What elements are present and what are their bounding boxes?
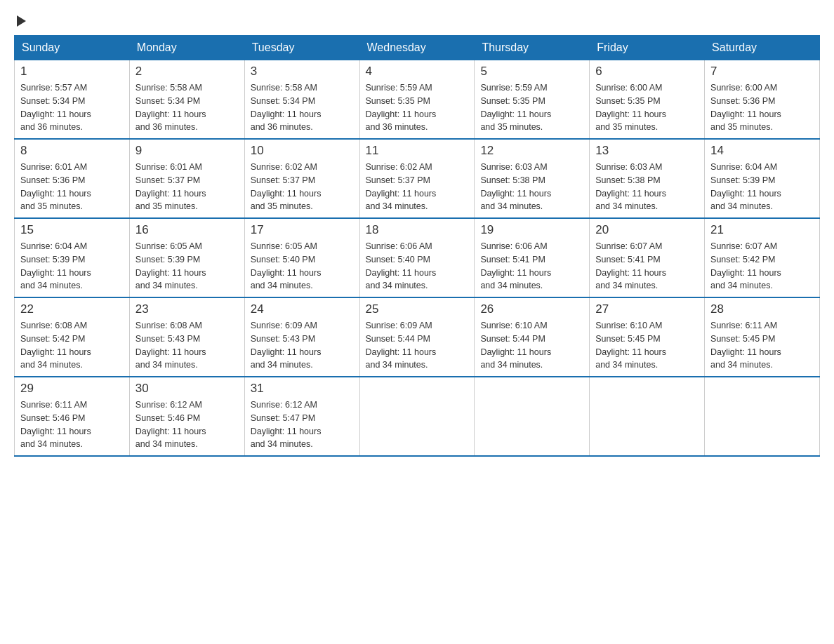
day-number: 12	[480, 144, 583, 158]
calendar-cell: 13Sunrise: 6:03 AMSunset: 5:38 PMDayligh…	[590, 139, 705, 218]
day-info: Sunrise: 6:07 AMSunset: 5:42 PMDaylight:…	[710, 240, 814, 293]
calendar-cell: 30Sunrise: 6:12 AMSunset: 5:46 PMDayligh…	[129, 377, 244, 456]
day-number: 5	[480, 65, 583, 79]
day-info: Sunrise: 6:02 AMSunset: 5:37 PMDaylight:…	[251, 161, 354, 213]
day-number: 13	[595, 144, 699, 158]
day-number: 28	[710, 302, 814, 316]
weekday-header-wednesday: Wednesday	[359, 36, 475, 60]
day-info: Sunrise: 6:08 AMSunset: 5:43 PMDaylight:…	[135, 319, 239, 372]
calendar-table: SundayMondayTuesdayWednesdayThursdayFrid…	[14, 35, 820, 457]
calendar-week-4: 22Sunrise: 6:08 AMSunset: 5:42 PMDayligh…	[15, 297, 820, 377]
day-number: 23	[135, 302, 239, 316]
calendar-cell: 17Sunrise: 6:05 AMSunset: 5:40 PMDayligh…	[244, 218, 359, 297]
day-info: Sunrise: 6:10 AMSunset: 5:44 PMDaylight:…	[480, 319, 583, 372]
day-number: 3	[251, 65, 354, 79]
weekday-header-sunday: Sunday	[15, 36, 130, 60]
calendar-week-1: 1Sunrise: 5:57 AMSunset: 5:34 PMDaylight…	[15, 60, 820, 140]
day-info: Sunrise: 5:59 AMSunset: 5:35 PMDaylight:…	[480, 81, 583, 134]
day-number: 16	[135, 223, 239, 237]
weekday-header-row: SundayMondayTuesdayWednesdayThursdayFrid…	[15, 36, 820, 60]
calendar-cell: 29Sunrise: 6:11 AMSunset: 5:46 PMDayligh…	[15, 377, 130, 456]
day-info: Sunrise: 6:11 AMSunset: 5:46 PMDaylight:…	[20, 398, 124, 451]
calendar-cell: 6Sunrise: 6:00 AMSunset: 5:35 PMDaylight…	[590, 60, 705, 140]
day-number: 22	[20, 302, 124, 316]
day-number: 25	[366, 302, 469, 316]
calendar-cell: 11Sunrise: 6:02 AMSunset: 5:37 PMDayligh…	[359, 139, 475, 218]
day-number: 19	[480, 223, 583, 237]
day-number: 6	[595, 65, 699, 79]
day-number: 26	[480, 302, 583, 316]
weekday-header-saturday: Saturday	[705, 36, 820, 60]
calendar-cell: 3Sunrise: 5:58 AMSunset: 5:34 PMDaylight…	[244, 60, 359, 140]
day-number: 10	[251, 144, 354, 158]
calendar-cell: 12Sunrise: 6:03 AMSunset: 5:38 PMDayligh…	[475, 139, 590, 218]
day-number: 7	[710, 65, 814, 79]
calendar-cell: 4Sunrise: 5:59 AMSunset: 5:35 PMDaylight…	[359, 60, 475, 140]
calendar-cell: 23Sunrise: 6:08 AMSunset: 5:43 PMDayligh…	[129, 297, 244, 377]
calendar-cell: 10Sunrise: 6:02 AMSunset: 5:37 PMDayligh…	[244, 139, 359, 218]
day-info: Sunrise: 6:03 AMSunset: 5:38 PMDaylight:…	[480, 161, 583, 213]
calendar-cell: 20Sunrise: 6:07 AMSunset: 5:41 PMDayligh…	[590, 218, 705, 297]
calendar-cell: 27Sunrise: 6:10 AMSunset: 5:45 PMDayligh…	[590, 297, 705, 377]
day-info: Sunrise: 5:59 AMSunset: 5:35 PMDaylight:…	[366, 81, 469, 134]
day-number: 11	[366, 144, 469, 158]
day-number: 31	[251, 382, 354, 396]
calendar-cell: 1Sunrise: 5:57 AMSunset: 5:34 PMDaylight…	[15, 60, 130, 140]
day-number: 8	[20, 144, 124, 158]
calendar-body: 1Sunrise: 5:57 AMSunset: 5:34 PMDaylight…	[15, 60, 820, 457]
calendar-week-3: 15Sunrise: 6:04 AMSunset: 5:39 PMDayligh…	[15, 218, 820, 297]
calendar-cell: 7Sunrise: 6:00 AMSunset: 5:36 PMDaylight…	[705, 60, 820, 140]
day-number: 17	[251, 223, 354, 237]
day-number: 27	[595, 302, 699, 316]
calendar-cell	[705, 377, 820, 456]
day-info: Sunrise: 6:05 AMSunset: 5:40 PMDaylight:…	[251, 240, 354, 293]
day-info: Sunrise: 6:00 AMSunset: 5:36 PMDaylight:…	[710, 81, 814, 134]
day-info: Sunrise: 6:04 AMSunset: 5:39 PMDaylight:…	[710, 161, 814, 213]
day-number: 14	[710, 144, 814, 158]
day-info: Sunrise: 6:06 AMSunset: 5:40 PMDaylight:…	[366, 240, 469, 293]
calendar-cell: 9Sunrise: 6:01 AMSunset: 5:37 PMDaylight…	[129, 139, 244, 218]
day-number: 24	[251, 302, 354, 316]
calendar-cell: 21Sunrise: 6:07 AMSunset: 5:42 PMDayligh…	[705, 218, 820, 297]
day-info: Sunrise: 6:01 AMSunset: 5:36 PMDaylight:…	[20, 161, 124, 213]
weekday-header-thursday: Thursday	[475, 36, 590, 60]
day-info: Sunrise: 6:00 AMSunset: 5:35 PMDaylight:…	[595, 81, 699, 134]
calendar-cell: 22Sunrise: 6:08 AMSunset: 5:42 PMDayligh…	[15, 297, 130, 377]
day-info: Sunrise: 6:01 AMSunset: 5:37 PMDaylight:…	[135, 161, 239, 213]
calendar-cell	[359, 377, 475, 456]
day-info: Sunrise: 6:09 AMSunset: 5:44 PMDaylight:…	[366, 319, 469, 372]
day-info: Sunrise: 6:11 AMSunset: 5:45 PMDaylight:…	[710, 319, 814, 372]
calendar-cell: 2Sunrise: 5:58 AMSunset: 5:34 PMDaylight…	[129, 60, 244, 140]
weekday-header-monday: Monday	[129, 36, 244, 60]
day-info: Sunrise: 6:03 AMSunset: 5:38 PMDaylight:…	[595, 161, 699, 213]
day-info: Sunrise: 6:08 AMSunset: 5:42 PMDaylight:…	[20, 319, 124, 372]
day-number: 30	[135, 382, 239, 396]
calendar-cell	[475, 377, 590, 456]
day-info: Sunrise: 6:06 AMSunset: 5:41 PMDaylight:…	[480, 240, 583, 293]
day-number: 9	[135, 144, 239, 158]
day-info: Sunrise: 6:07 AMSunset: 5:41 PMDaylight:…	[595, 240, 699, 293]
calendar-cell: 14Sunrise: 6:04 AMSunset: 5:39 PMDayligh…	[705, 139, 820, 218]
calendar-week-5: 29Sunrise: 6:11 AMSunset: 5:46 PMDayligh…	[15, 377, 820, 456]
day-number: 4	[366, 65, 469, 79]
calendar-cell: 25Sunrise: 6:09 AMSunset: 5:44 PMDayligh…	[359, 297, 475, 377]
calendar-cell: 26Sunrise: 6:10 AMSunset: 5:44 PMDayligh…	[475, 297, 590, 377]
calendar-week-2: 8Sunrise: 6:01 AMSunset: 5:36 PMDaylight…	[15, 139, 820, 218]
logo	[14, 14, 26, 24]
weekday-header-friday: Friday	[590, 36, 705, 60]
calendar-cell: 28Sunrise: 6:11 AMSunset: 5:45 PMDayligh…	[705, 297, 820, 377]
day-number: 15	[20, 223, 124, 237]
day-info: Sunrise: 6:05 AMSunset: 5:39 PMDaylight:…	[135, 240, 239, 293]
page-header	[14, 14, 820, 24]
day-number: 18	[366, 223, 469, 237]
weekday-header-tuesday: Tuesday	[244, 36, 359, 60]
day-info: Sunrise: 6:12 AMSunset: 5:46 PMDaylight:…	[135, 398, 239, 451]
calendar-cell: 8Sunrise: 6:01 AMSunset: 5:36 PMDaylight…	[15, 139, 130, 218]
day-number: 2	[135, 65, 239, 79]
day-number: 21	[710, 223, 814, 237]
calendar-cell: 5Sunrise: 5:59 AMSunset: 5:35 PMDaylight…	[475, 60, 590, 140]
day-number: 20	[595, 223, 699, 237]
day-number: 29	[20, 382, 124, 396]
day-info: Sunrise: 5:58 AMSunset: 5:34 PMDaylight:…	[135, 81, 239, 134]
day-info: Sunrise: 6:09 AMSunset: 5:43 PMDaylight:…	[251, 319, 354, 372]
